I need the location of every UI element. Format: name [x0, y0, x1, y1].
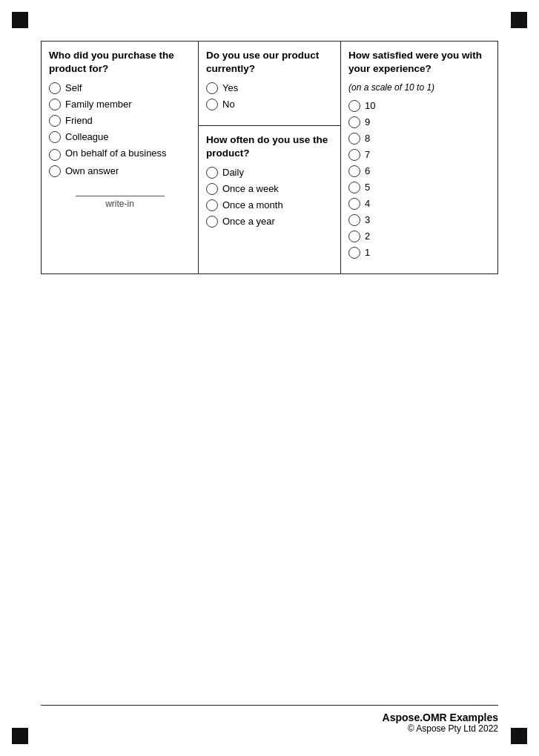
radio-once-week[interactable] — [206, 183, 218, 195]
footer-copyright: © Aspose Pty Ltd 2022 — [408, 723, 498, 734]
column-purchase-for: Who did you purchase the product for? Se… — [41, 41, 199, 274]
radio-2[interactable] — [348, 231, 360, 242]
write-in-area: write-in — [49, 185, 191, 209]
option-6[interactable]: 6 — [348, 165, 490, 177]
footer-title: Aspose.OMR Examples — [383, 712, 498, 723]
corner-mark-tl — [12, 12, 28, 28]
question-purchase-title: Who did you purchase the product for? — [49, 49, 191, 75]
corner-mark-br — [511, 728, 527, 744]
radio-4[interactable] — [348, 198, 360, 210]
option-5[interactable]: 5 — [348, 182, 490, 193]
option-self[interactable]: Self — [49, 82, 191, 94]
radio-6[interactable] — [348, 165, 360, 177]
label-once-year: Once a year — [222, 216, 275, 228]
label-7: 7 — [365, 149, 370, 161]
column-satisfaction: How satisfied were you with your experie… — [341, 41, 498, 274]
label-colleague: Colleague — [65, 131, 109, 143]
radio-behalf-business[interactable] — [49, 149, 61, 161]
option-7[interactable]: 7 — [348, 149, 490, 161]
option-4[interactable]: 4 — [348, 198, 490, 210]
label-6: 6 — [365, 165, 370, 177]
label-family-member: Family member — [65, 99, 132, 110]
survey-area: Who did you purchase the product for? Se… — [41, 41, 498, 274]
label-8: 8 — [365, 133, 370, 145]
label-friend: Friend — [65, 115, 93, 127]
question-how-often-title: How often do you use the product? — [206, 133, 333, 159]
label-no: No — [222, 99, 235, 110]
corner-mark-bl — [12, 728, 28, 744]
radio-friend[interactable] — [49, 115, 61, 127]
question-satisfaction-subtitle: (on a scale of 10 to 1) — [348, 82, 490, 93]
label-10: 10 — [365, 100, 375, 112]
radio-8[interactable] — [348, 133, 360, 145]
label-3: 3 — [365, 214, 370, 226]
option-no[interactable]: No — [206, 99, 333, 110]
corner-mark-tr — [511, 12, 527, 28]
column-middle: Do you use our product currently? Yes No… — [199, 41, 341, 274]
option-friend[interactable]: Friend — [49, 115, 191, 127]
radio-own-answer[interactable] — [49, 165, 61, 177]
radio-yes[interactable] — [206, 82, 218, 94]
option-daily[interactable]: Daily — [206, 167, 333, 179]
label-self: Self — [65, 82, 82, 94]
option-colleague[interactable]: Colleague — [49, 131, 191, 143]
radio-once-year[interactable] — [206, 216, 218, 228]
option-once-year[interactable]: Once a year — [206, 216, 333, 228]
radio-no[interactable] — [206, 99, 218, 110]
radio-5[interactable] — [348, 182, 360, 193]
label-2: 2 — [365, 231, 370, 242]
radio-7[interactable] — [348, 149, 360, 161]
option-2[interactable]: 2 — [348, 231, 490, 242]
label-5: 5 — [365, 182, 370, 193]
radio-10[interactable] — [348, 100, 360, 112]
option-9[interactable]: 9 — [348, 116, 490, 128]
option-yes[interactable]: Yes — [206, 82, 333, 94]
radio-3[interactable] — [348, 214, 360, 226]
radio-9[interactable] — [348, 116, 360, 128]
label-4: 4 — [365, 198, 370, 210]
option-8[interactable]: 8 — [348, 133, 490, 145]
option-once-week[interactable]: Once a week — [206, 183, 333, 195]
option-family-member[interactable]: Family member — [49, 99, 191, 110]
write-in-line — [76, 185, 165, 196]
radio-colleague[interactable] — [49, 131, 61, 143]
label-own-answer: Own answer — [65, 165, 119, 177]
subbox-how-often: How often do you use the product? Daily … — [199, 126, 340, 242]
option-3[interactable]: 3 — [348, 214, 490, 226]
label-daily: Daily — [222, 167, 244, 179]
label-9: 9 — [365, 116, 370, 128]
radio-family-member[interactable] — [49, 99, 61, 110]
option-10[interactable]: 10 — [348, 100, 490, 112]
option-once-month[interactable]: Once a month — [206, 199, 333, 211]
radio-self[interactable] — [49, 82, 61, 94]
subbox-use-currently: Do you use our product currently? Yes No — [199, 42, 340, 126]
footer: Aspose.OMR Examples © Aspose Pty Ltd 202… — [41, 705, 498, 734]
question-use-currently-title: Do you use our product currently? — [206, 49, 333, 75]
option-own-answer[interactable]: Own answer — [49, 165, 191, 177]
label-behalf-business: On behalf of a business — [65, 147, 167, 159]
radio-daily[interactable] — [206, 167, 218, 179]
option-1[interactable]: 1 — [348, 247, 490, 259]
question-satisfaction-title: How satisfied were you with your experie… — [348, 49, 490, 75]
label-once-week: Once a week — [222, 183, 279, 195]
label-yes: Yes — [222, 82, 238, 94]
label-once-month: Once a month — [222, 199, 283, 211]
radio-1[interactable] — [348, 247, 360, 259]
option-behalf-business[interactable]: On behalf of a business — [49, 147, 191, 161]
radio-once-month[interactable] — [206, 199, 218, 211]
label-1: 1 — [365, 247, 370, 259]
write-in-label[interactable]: write-in — [49, 199, 191, 209]
